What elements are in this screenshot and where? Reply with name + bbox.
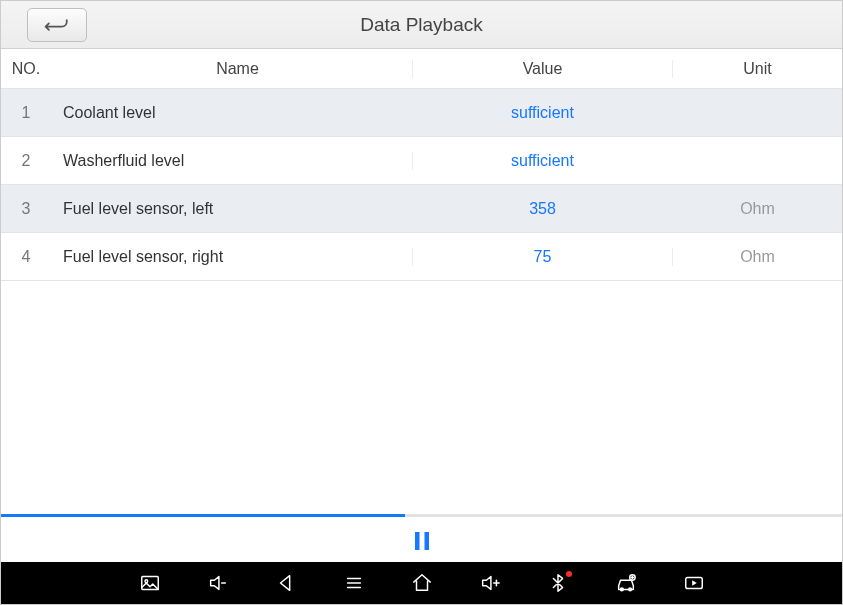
header-no: NO. [1, 60, 51, 78]
row-value: sufficient [412, 152, 672, 170]
header-name: Name [51, 60, 412, 78]
row-value: sufficient [412, 104, 672, 122]
app-window: Data Playback NO. Name Value Unit 1Coola… [0, 0, 843, 605]
bluetooth-icon[interactable] [546, 571, 570, 595]
progress-fill [1, 514, 405, 517]
home-icon[interactable] [410, 571, 434, 595]
table-row[interactable]: 4Fuel level sensor, right75Ohm [1, 233, 842, 281]
system-navbar [1, 562, 842, 604]
car-settings-icon[interactable] [614, 571, 638, 595]
video-icon[interactable] [682, 571, 706, 595]
pause-button[interactable] [410, 529, 434, 557]
row-value: 358 [412, 200, 672, 218]
row-unit: Ohm [672, 248, 842, 266]
menu-icon[interactable] [342, 571, 366, 595]
row-name: Fuel level sensor, right [51, 248, 412, 266]
row-no: 4 [1, 248, 51, 266]
row-unit: Ohm [672, 200, 842, 218]
back-button[interactable] [27, 8, 87, 42]
row-no: 3 [1, 200, 51, 218]
image-icon[interactable] [138, 571, 162, 595]
row-no: 1 [1, 104, 51, 122]
titlebar: Data Playback [1, 1, 842, 49]
svg-point-3 [144, 580, 147, 583]
table-row[interactable]: 3Fuel level sensor, left358Ohm [1, 185, 842, 233]
header-value: Value [412, 60, 672, 78]
bluetooth-alert-dot [566, 571, 572, 577]
playback-bar [1, 508, 842, 562]
volume-up-icon[interactable] [478, 571, 502, 595]
row-no: 2 [1, 152, 51, 170]
back-icon[interactable] [274, 571, 298, 595]
svg-rect-0 [415, 532, 420, 550]
row-value: 75 [412, 248, 672, 266]
header-unit: Unit [672, 60, 842, 78]
table-body: 1Coolant levelsufficient2Washerfluid lev… [1, 89, 842, 508]
table-header: NO. Name Value Unit [1, 49, 842, 89]
progress-track[interactable] [1, 514, 842, 517]
svg-rect-1 [424, 532, 429, 550]
row-name: Coolant level [51, 104, 412, 122]
table-row[interactable]: 1Coolant levelsufficient [1, 89, 842, 137]
table-row[interactable]: 2Washerfluid levelsufficient [1, 137, 842, 185]
row-name: Washerfluid level [51, 152, 412, 170]
page-title: Data Playback [1, 14, 842, 36]
row-name: Fuel level sensor, left [51, 200, 412, 218]
volume-down-icon[interactable] [206, 571, 230, 595]
